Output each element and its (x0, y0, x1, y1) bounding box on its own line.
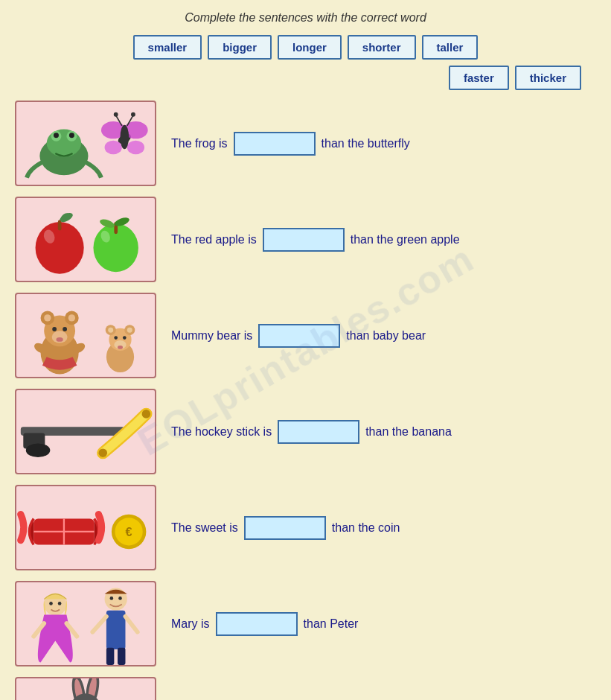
sentence-2-part2: than the green apple (351, 233, 460, 246)
svg-point-4 (54, 133, 59, 139)
svg-point-15 (131, 112, 135, 117)
word-chip-thicker[interactable]: thicker (515, 66, 581, 90)
svg-point-41 (108, 328, 113, 333)
sentence-3: Mummy bear is than baby bear (156, 324, 596, 348)
image-hockey (15, 389, 156, 474)
svg-rect-65 (106, 648, 114, 665)
word-chip-longer[interactable]: longer (278, 35, 342, 60)
exercise-row-4: The hockey stick is than the banana (15, 389, 596, 474)
word-chip-taller[interactable]: taller (422, 35, 479, 60)
exercise-row-6: Mary is than Peter (15, 581, 596, 666)
svg-point-32 (52, 327, 57, 331)
sentence-3-part2: than baby bear (346, 329, 426, 343)
svg-point-9 (105, 141, 122, 155)
sentence-2-part1: The red apple is (171, 233, 257, 246)
sentence-5-part2: than the coin (332, 521, 400, 535)
svg-point-45 (123, 337, 127, 340)
sentence-5: The sweet is than the coin (156, 516, 596, 540)
svg-line-67 (92, 617, 106, 632)
sentence-5-part1: The sweet is (171, 521, 238, 535)
word-chip-smaller[interactable]: smaller (133, 35, 202, 60)
sentence-6-part2: than Peter (304, 617, 359, 631)
answer-box-6[interactable] (216, 612, 298, 636)
image-bears (15, 293, 156, 378)
sentence-4: The hockey stick is than the banana (156, 420, 596, 444)
svg-point-50 (98, 449, 107, 458)
word-chip-faster[interactable]: faster (449, 66, 509, 90)
svg-text:€: € (126, 525, 132, 538)
exercise-row-1: The frog is than the butterfly (15, 101, 596, 186)
svg-point-33 (63, 327, 67, 331)
sentence-1: The frog is than the butterfly (156, 132, 596, 156)
image-frog-butterfly (15, 101, 156, 186)
sentence-2: The red apple is than the green apple (156, 228, 596, 252)
svg-point-5 (69, 133, 74, 139)
svg-rect-66 (118, 648, 125, 665)
word-chip-shorter[interactable]: shorter (348, 35, 416, 60)
svg-point-51 (142, 410, 151, 419)
exercise-row-7: The rabbit is than the crab (15, 677, 596, 700)
svg-point-69 (110, 596, 114, 600)
svg-rect-17 (58, 220, 62, 231)
image-sweet-coin: € (15, 485, 156, 570)
sentence-1-part2: than the butterfly (322, 137, 410, 150)
answer-box-1[interactable] (234, 132, 316, 156)
answer-box-5[interactable] (244, 516, 326, 540)
sentence-3-part1: Mummy bear is (171, 329, 252, 343)
instruction-text: Complete the sentences with the correct … (15, 11, 596, 25)
exercise-row-3: Mummy bear is than baby bear (15, 293, 596, 378)
svg-point-61 (49, 602, 53, 605)
svg-point-49 (26, 444, 51, 458)
svg-point-29 (44, 315, 51, 322)
exercise-row-2: The red apple is than the green apple (15, 197, 596, 282)
svg-point-70 (118, 596, 122, 600)
svg-point-30 (68, 315, 75, 322)
svg-point-46 (118, 346, 123, 349)
svg-point-14 (114, 112, 118, 117)
sentence-6: Mary is than Peter (156, 612, 596, 636)
svg-point-44 (114, 337, 118, 340)
svg-point-34 (56, 337, 63, 342)
svg-point-11 (121, 125, 129, 150)
svg-line-68 (125, 617, 137, 632)
word-bank-row1: smaller bigger longer shorter taller (15, 35, 596, 60)
image-people (15, 581, 156, 666)
image-apples (15, 197, 156, 282)
word-bank-row2: faster thicker (15, 66, 596, 90)
sentence-1-part1: The frog is (171, 137, 228, 150)
answer-box-3[interactable] (258, 324, 340, 348)
answer-box-4[interactable] (278, 420, 359, 444)
word-chip-bigger[interactable]: bigger (208, 35, 272, 60)
sentence-6-part1: Mary is (171, 617, 210, 631)
svg-rect-64 (106, 611, 126, 649)
exercise-row-5: € The sweet is than the coin (15, 485, 596, 570)
svg-point-10 (127, 141, 144, 155)
answer-box-2[interactable] (263, 228, 345, 252)
sentence-4-part2: than the banana (365, 425, 452, 439)
sentence-4-part1: The hockey stick is (171, 425, 272, 439)
svg-point-62 (58, 602, 62, 605)
svg-point-42 (127, 328, 132, 333)
image-rabbit-crab (15, 677, 156, 700)
